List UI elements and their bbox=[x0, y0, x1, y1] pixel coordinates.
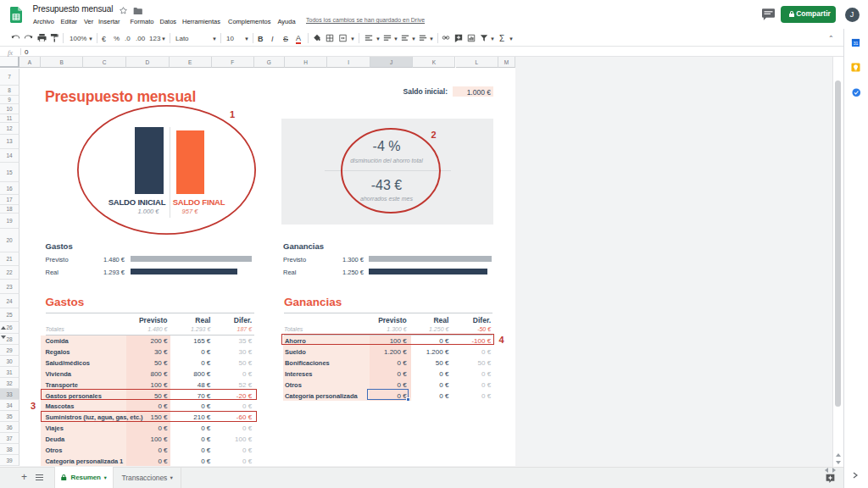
svg-text:31: 31 bbox=[854, 41, 859, 46]
